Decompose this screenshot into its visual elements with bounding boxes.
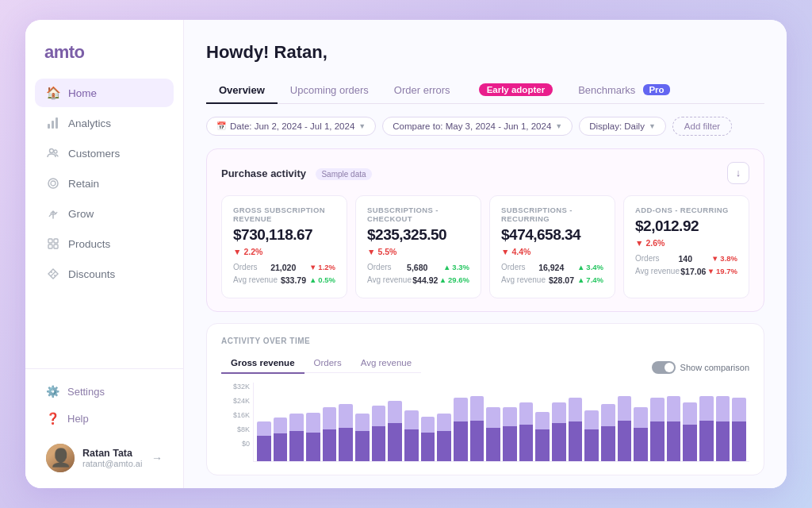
- download-button[interactable]: ↓: [727, 162, 749, 184]
- metric-label: GROSS SUBSCRIPTION REVENUE: [233, 206, 335, 223]
- bar-group: [732, 396, 746, 461]
- bar-segment-bottom: [486, 428, 500, 461]
- sidebar-item-analytics[interactable]: Analytics: [35, 109, 174, 137]
- sidebar-item-discounts[interactable]: Discounts: [35, 260, 174, 288]
- tabs-bar: Overview Upcoming orders Order errors Ea…: [206, 77, 764, 104]
- sub-change: ▲ 0.5%: [309, 275, 335, 284]
- bar-segment-bottom: [355, 431, 370, 461]
- svg-point-3: [50, 149, 54, 153]
- metric-change: ▼ 4.4%: [501, 247, 603, 256]
- bar-segment-top: [421, 417, 435, 433]
- tab-overview[interactable]: Overview: [206, 78, 278, 104]
- activity-over-time-card: ACTIVITY OVER TIME Gross revenue Orders …: [206, 323, 764, 476]
- bar-group: [388, 396, 402, 461]
- activity-tab-gross-revenue[interactable]: Gross revenue: [221, 353, 304, 374]
- bar-segment-top: [257, 421, 271, 436]
- settings-icon: ⚙️: [46, 385, 59, 398]
- toggle-switch[interactable]: [652, 361, 676, 374]
- help-label: Help: [67, 413, 89, 425]
- add-filter-button[interactable]: Add filter: [672, 117, 732, 136]
- sidebar-item-products[interactable]: Products: [35, 229, 174, 258]
- bar-segment-top: [716, 396, 730, 421]
- metric-subrow-orders: Orders 21,020 ▼ 1.2%: [233, 263, 335, 272]
- bar-segment-top: [535, 412, 550, 429]
- pro-badge: Pro: [643, 84, 669, 95]
- svg-point-4: [54, 150, 57, 153]
- sidebar-item-label: Products: [68, 238, 110, 250]
- bar-segment-bottom: [519, 425, 534, 461]
- bar-segment-top: [552, 402, 566, 423]
- activity-controls: Gross revenue Orders Avg revenue Show co…: [221, 353, 749, 383]
- metric-change: ▼ 2.2%: [233, 247, 335, 256]
- sidebar-item-label: Customers: [68, 148, 120, 160]
- sidebar-item-label: Home: [68, 87, 97, 99]
- bar-segment-bottom: [716, 421, 730, 461]
- toggle-knob: [665, 363, 674, 372]
- tab-early-adopter[interactable]: Early adopter: [463, 77, 566, 104]
- products-icon: [46, 237, 60, 251]
- bar-segment-top: [470, 396, 485, 421]
- activity-tab-orders[interactable]: Orders: [304, 353, 351, 374]
- y-label: $8K: [221, 425, 250, 433]
- metric-label: ADD-ONS - RECURRING: [635, 206, 737, 214]
- home-icon: 🏠: [46, 86, 60, 100]
- tab-order-errors[interactable]: Order errors: [381, 78, 463, 104]
- bar-group: [667, 396, 681, 461]
- metric-subrow-avg: Avg revenue $28.07 ▲ 7.4%: [501, 275, 603, 285]
- bar-segment-top: [388, 401, 402, 423]
- sub-label: Avg revenue: [501, 275, 546, 284]
- bar-segment-bottom: [503, 426, 517, 461]
- arrow-down-icon: ▼: [635, 238, 643, 248]
- display-filter[interactable]: Display: Daily ▼: [579, 117, 666, 136]
- svg-rect-7: [48, 244, 52, 248]
- metric-subrow-avg: Avg revenue $17.06 ▼ 19.7%: [635, 267, 737, 276]
- bar-group: [404, 396, 419, 461]
- help-item[interactable]: ❓ Help: [38, 406, 170, 431]
- metric-value: $2,012.92: [635, 217, 737, 235]
- bar-segment-top: [634, 407, 648, 428]
- tab-upcoming-orders[interactable]: Upcoming orders: [278, 78, 381, 104]
- bar-segment-bottom: [289, 431, 304, 461]
- logout-icon[interactable]: →: [151, 452, 163, 464]
- sidebar-item-label: Discounts: [68, 268, 115, 280]
- sub-change: ▼ 1.2%: [309, 263, 335, 271]
- bar-group: [699, 396, 714, 461]
- download-icon: ↓: [736, 167, 741, 179]
- sub-value: $44.92: [412, 275, 438, 285]
- bar-segment-bottom: [470, 421, 485, 461]
- bar-segment-bottom: [732, 421, 746, 461]
- sub-label: Avg revenue: [635, 267, 680, 275]
- bar-group: [552, 396, 566, 461]
- sample-badge: Sample data: [316, 168, 371, 180]
- bar-segment-bottom: [306, 433, 320, 461]
- sub-label: Orders: [635, 254, 660, 263]
- sidebar-item-home[interactable]: 🏠 Home: [35, 79, 174, 107]
- sub-change: ▲ 29.6%: [439, 275, 469, 284]
- sub-label: Orders: [367, 263, 392, 271]
- chevron-down-icon: ▼: [555, 122, 562, 130]
- bar-group: [257, 396, 271, 461]
- metric-value: $730,118.67: [233, 226, 335, 244]
- bar-segment-bottom: [601, 426, 615, 461]
- activity-card-header: ACTIVITY OVER TIME: [221, 337, 749, 345]
- sidebar-item-retain[interactable]: Retain: [35, 169, 174, 198]
- sub-label: Avg revenue: [367, 275, 412, 284]
- compare-filter[interactable]: Compare to: May 3, 2024 - Jun 1, 2024 ▼: [382, 117, 573, 136]
- bar-segment-top: [289, 414, 304, 431]
- activity-tab-avg-revenue[interactable]: Avg revenue: [351, 353, 421, 374]
- sidebar-item-customers[interactable]: Customers: [35, 139, 174, 167]
- bar-segment-top: [503, 407, 517, 426]
- sidebar-item-grow[interactable]: Grow: [35, 199, 174, 228]
- activity-tabs: Gross revenue Orders Avg revenue: [221, 353, 421, 374]
- discounts-icon: [46, 267, 60, 281]
- settings-item[interactable]: ⚙️ Settings: [38, 379, 170, 404]
- grow-icon: [46, 206, 60, 221]
- bar-segment-bottom: [339, 428, 353, 461]
- show-comparison-toggle[interactable]: Show comparison: [652, 361, 749, 374]
- bar-segment-bottom: [699, 421, 714, 461]
- svg-point-11: [54, 275, 56, 276]
- date-filter[interactable]: 📅 Date: Jun 2, 2024 - Jul 1, 2024 ▼: [206, 117, 376, 136]
- tab-benchmarks[interactable]: Benchmarks Pro: [565, 78, 682, 104]
- metric-card-addons-recurring: ADD-ONS - RECURRING $2,012.92 ▼ 2.6% Ord…: [623, 195, 749, 298]
- bar-group: [274, 396, 288, 461]
